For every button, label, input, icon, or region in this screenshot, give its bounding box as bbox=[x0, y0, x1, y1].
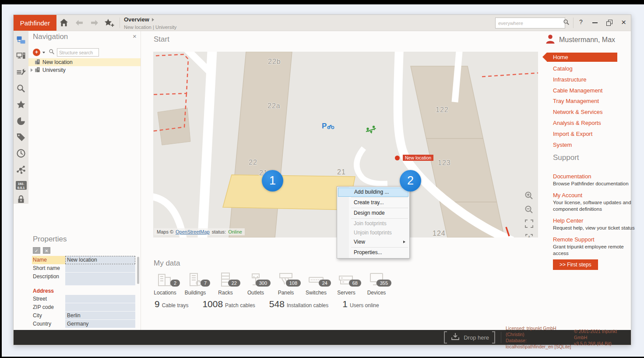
my-data-stats: 9Cable trays 1008Patch cables 548Install… bbox=[155, 299, 379, 309]
menu-item-create-tray[interactable]: Create tray... bbox=[337, 198, 409, 207]
sidebar-item-network-services[interactable]: Network & Services bbox=[547, 107, 617, 118]
location-marker-icon[interactable] bbox=[395, 156, 400, 160]
topology-icon[interactable] bbox=[16, 165, 26, 176]
tree-item-university[interactable]: University bbox=[28, 66, 141, 74]
tree-item-new-location[interactable]: New location bbox=[28, 58, 141, 66]
back-icon[interactable] bbox=[74, 18, 85, 28]
building-icon bbox=[35, 67, 40, 74]
drop-download-icon bbox=[450, 332, 461, 343]
copyright-info: © 2001-2021 tripunkt GmbH v3.5.0.268 (64… bbox=[574, 328, 629, 347]
property-row-country[interactable]: Country Germany bbox=[32, 320, 136, 328]
title-bar[interactable]: Pathfinder Overview New location | Unive… bbox=[14, 15, 631, 31]
add-structure-button[interactable]: + bbox=[33, 49, 40, 56]
sidebar-menu: Home Catalog Infrastructure Cable Manage… bbox=[547, 52, 617, 150]
work-tools-icon[interactable] bbox=[16, 67, 26, 79]
expander-icon[interactable] bbox=[31, 68, 33, 72]
property-row-name[interactable]: Name New location bbox=[32, 256, 136, 264]
sidebar-item-cable-management[interactable]: Cable Management bbox=[547, 85, 617, 96]
property-row-city[interactable]: City Berlin bbox=[32, 312, 136, 320]
stat-users-online: 1Users online bbox=[342, 299, 379, 309]
map-controls: A bbox=[524, 191, 534, 237]
sidebar-item-tray-management[interactable]: Tray Management bbox=[547, 96, 617, 107]
mydata-tile-devices[interactable]: 355 Devices bbox=[365, 272, 388, 296]
restore-button[interactable] bbox=[606, 20, 612, 26]
sidebar-item-catalog[interactable]: Catalog bbox=[547, 64, 617, 74]
favorite-add-icon[interactable] bbox=[104, 18, 114, 28]
property-row-description[interactable]: Description bbox=[32, 273, 136, 286]
link-documentation[interactable]: Documentation bbox=[553, 173, 637, 180]
history-clock-icon[interactable] bbox=[16, 149, 26, 160]
first-steps-button[interactable]: >> First steps bbox=[553, 259, 598, 270]
discard-x-button[interactable]: ✕ bbox=[43, 247, 50, 254]
name-value-field[interactable]: New location bbox=[65, 256, 135, 264]
sidebar-item-system[interactable]: System bbox=[547, 140, 617, 151]
titlebar-divider-2 bbox=[573, 18, 574, 28]
menu-item-design-mode[interactable]: Design mode bbox=[337, 209, 409, 218]
mydata-tile-servers[interactable]: 68 Servers bbox=[335, 272, 358, 296]
link-remote-support[interactable]: Remote Support bbox=[553, 236, 637, 243]
sidebar-item-infrastructure[interactable]: Infrastructure bbox=[547, 74, 617, 85]
forward-icon[interactable] bbox=[90, 18, 100, 28]
reports-pie-icon[interactable] bbox=[16, 116, 26, 128]
property-row-street[interactable]: Street bbox=[32, 295, 136, 303]
selected-building-footprint[interactable] bbox=[223, 175, 355, 210]
menu-separator bbox=[351, 247, 408, 248]
favorites-icon[interactable] bbox=[16, 100, 26, 111]
mydata-tile-locations[interactable]: 2 Locations bbox=[154, 272, 176, 296]
structure-icon[interactable] bbox=[16, 35, 26, 46]
navigation-close-icon[interactable]: × bbox=[133, 32, 137, 40]
search-icon[interactable] bbox=[563, 19, 571, 27]
property-row-short-name[interactable]: Short name bbox=[32, 264, 136, 273]
tags-icon[interactable] bbox=[16, 132, 26, 144]
statusbar-divider bbox=[501, 332, 501, 343]
mydata-tile-switches[interactable]: 24 Switches bbox=[305, 272, 327, 296]
drop-here-zone[interactable]: Drop here bbox=[444, 331, 495, 344]
structure-search-input[interactable] bbox=[57, 48, 99, 57]
user-account[interactable]: Mustermann, Max bbox=[545, 34, 615, 46]
sidebar-item-analysis-reports[interactable]: Analysis & Reports bbox=[547, 118, 617, 129]
fullscreen-icon[interactable] bbox=[524, 219, 534, 230]
zoom-out-icon[interactable] bbox=[524, 205, 534, 216]
help-button[interactable]: ? bbox=[577, 18, 584, 25]
count-badge: 22 bbox=[228, 280, 240, 287]
ip-address-icon[interactable]: 192.0.0.1 bbox=[16, 181, 27, 190]
apply-check-button[interactable]: ✓ bbox=[33, 247, 40, 254]
auto-fit-icon[interactable]: A bbox=[524, 233, 534, 237]
mydata-tile-panels[interactable]: 108 Panels bbox=[274, 272, 297, 296]
devices-icon[interactable] bbox=[16, 51, 26, 63]
map-label-22b: 22b bbox=[268, 58, 281, 66]
navigation-panel-title: Navigation bbox=[33, 32, 68, 41]
sidebar-item-home[interactable]: Home bbox=[547, 53, 617, 62]
building-icon bbox=[35, 59, 40, 66]
search-tool-icon[interactable] bbox=[16, 84, 26, 95]
link-my-account[interactable]: My Account bbox=[553, 192, 637, 198]
stat-installation-cables: 548Installation cables bbox=[269, 299, 328, 309]
openstreetmap-link[interactable]: OpenStreetMap bbox=[176, 229, 210, 234]
global-search bbox=[495, 18, 565, 28]
minimize-button[interactable] bbox=[592, 22, 598, 23]
callout-step-1: 1 bbox=[262, 170, 283, 191]
menu-separator bbox=[351, 208, 408, 208]
mydata-tile-outlets[interactable]: 300 Outlets bbox=[244, 272, 267, 296]
properties-scrollbar[interactable] bbox=[137, 257, 139, 284]
zoom-in-icon[interactable] bbox=[524, 191, 534, 202]
count-badge: 7 bbox=[201, 280, 210, 287]
sidebar-item-import-export[interactable]: Import & Export bbox=[547, 129, 617, 140]
menu-item-view[interactable]: View bbox=[337, 237, 409, 247]
add-dropdown-caret-icon[interactable] bbox=[42, 52, 45, 53]
bracket-right bbox=[492, 331, 495, 344]
properties-grid: Name New location Short name Description… bbox=[32, 256, 136, 328]
home-icon[interactable] bbox=[59, 18, 70, 28]
map-label-22a: 22a bbox=[267, 102, 281, 110]
mydata-tile-racks[interactable]: 22 Racks bbox=[214, 272, 237, 296]
link-help-center[interactable]: Help Center bbox=[553, 217, 637, 224]
menu-item-add-building[interactable]: Add building ... bbox=[338, 188, 408, 197]
close-button[interactable]: × bbox=[621, 17, 626, 28]
breadcrumb[interactable]: Overview New location | University bbox=[124, 17, 176, 30]
global-search-input[interactable] bbox=[496, 21, 563, 26]
property-row-zip[interactable]: ZIP code bbox=[32, 303, 136, 312]
structure-search-icon bbox=[49, 49, 55, 57]
security-lock-icon[interactable] bbox=[16, 195, 26, 206]
mydata-tile-buildings[interactable]: 7 Buildings bbox=[184, 272, 207, 296]
menu-item-properties[interactable]: Properties... bbox=[337, 248, 409, 257]
